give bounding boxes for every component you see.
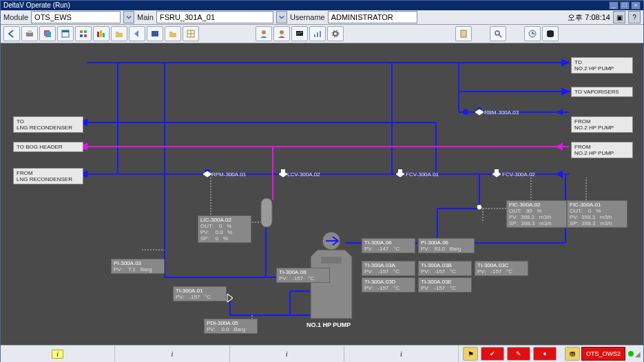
tb-grid-icon[interactable] bbox=[75, 26, 92, 41]
label-to-bog: TO BOG HEADER bbox=[13, 142, 83, 152]
module-field[interactable]: OTS_EWS bbox=[31, 11, 121, 23]
module-label: Module bbox=[3, 13, 28, 21]
svg-rect-5 bbox=[62, 30, 69, 32]
ftr-station[interactable]: OTS_OWS2 bbox=[581, 347, 625, 361]
tb-search-icon[interactable] bbox=[490, 26, 506, 41]
tb-table-icon[interactable] bbox=[183, 26, 199, 41]
tag-pdi300a05[interactable]: PDI-300A.05 PV: 0.0 Barg bbox=[204, 319, 258, 334]
info-badge-2[interactable]: i bbox=[171, 350, 173, 358]
info-badge-1[interactable]: i bbox=[52, 350, 63, 359]
label-from-hp2-a: FROMNO.2 HP PUMP bbox=[571, 116, 633, 133]
tag-ti300a03b[interactable]: TI-300A.03B PV: -157 °C bbox=[418, 261, 472, 276]
tb-folder-icon[interactable] bbox=[111, 26, 127, 41]
tb-folder2-icon[interactable] bbox=[165, 26, 181, 41]
toolbar bbox=[1, 25, 643, 43]
tb-layers-icon[interactable] bbox=[39, 26, 56, 41]
svg-rect-3 bbox=[45, 32, 51, 37]
tb-back-icon[interactable] bbox=[3, 26, 20, 41]
svg-marker-44 bbox=[557, 110, 562, 114]
svg-rect-88 bbox=[321, 257, 342, 264]
svg-marker-50 bbox=[557, 171, 562, 177]
main-dropdown[interactable] bbox=[276, 11, 287, 23]
titlebar: DeltaV Operate (Run) _ □ × bbox=[1, 1, 643, 10]
tb-chart-icon[interactable] bbox=[309, 26, 326, 41]
tag-ti300a03d[interactable]: TI-300A.03D PV: -157 °C bbox=[362, 277, 415, 292]
toolbar-icon[interactable]: ▣ bbox=[613, 11, 625, 23]
maximize-button[interactable]: □ bbox=[620, 1, 630, 10]
ftr-alarm-red3[interactable]: ● bbox=[533, 347, 557, 361]
tb-gear-icon[interactable] bbox=[327, 26, 344, 41]
separator-vessel bbox=[261, 198, 272, 227]
label-to-recondenser: TOLNG RECONDENSER bbox=[13, 116, 83, 133]
svg-rect-10 bbox=[97, 32, 99, 37]
valve-fcv300a02: FCV-300A.02 bbox=[502, 171, 535, 178]
tag-pi300a03[interactable]: PI-300A.03 PV: T.1 Barg bbox=[111, 259, 165, 274]
ftr-alarm-icon[interactable]: ⚑ bbox=[463, 347, 478, 361]
tb-user2-icon[interactable] bbox=[273, 26, 290, 41]
tag-fic300a02[interactable]: FIC-300A.02 OUT: 80 % PV: 398.3 m3/h SP:… bbox=[506, 200, 567, 228]
valve-lcv300a02: LCV-300A.02 bbox=[287, 171, 320, 178]
ftr-alarm-red1[interactable]: ✔ bbox=[481, 347, 504, 361]
svg-rect-7 bbox=[84, 30, 87, 33]
process-canvas: TOLNG RECONDENSER TO BOG HEADER FROMLNG … bbox=[1, 43, 643, 345]
tag-ti300a03e[interactable]: TI-300A.03E PV: -157 °C bbox=[418, 277, 472, 292]
minimize-button[interactable]: _ bbox=[609, 1, 619, 10]
header-bar: Module OTS_EWS Main FSRU_301A_01 Usernam… bbox=[1, 10, 643, 25]
piping-diagram bbox=[1, 43, 643, 345]
svg-point-23 bbox=[333, 32, 337, 36]
info-badge-4[interactable]: i bbox=[400, 350, 402, 358]
username-label: Username bbox=[290, 13, 325, 21]
tag-ti300a08[interactable]: TI-300A.08 PV: -157 °C bbox=[276, 268, 330, 283]
help-icon[interactable]: ? bbox=[628, 11, 641, 23]
tb-print-icon[interactable] bbox=[21, 26, 38, 41]
tb-book-icon[interactable] bbox=[455, 26, 472, 41]
tag-pi300a06[interactable]: PI-300A.06 PV: 93.0 Barg bbox=[418, 238, 475, 253]
tb-user1-icon[interactable] bbox=[256, 26, 272, 41]
tag-ti300a03a[interactable]: TI-300A.03A PV: -157 °C bbox=[362, 261, 415, 276]
svg-point-85 bbox=[477, 205, 481, 209]
tag-ti300a03c[interactable]: TI-300A.03C PV: -157 °C bbox=[475, 261, 528, 276]
main-field[interactable]: FSRU_301A_01 bbox=[156, 11, 273, 23]
footer-bar: i i i i ⚑ ✔ ✎ ● ⛃ OTS_OWS2 ◢ bbox=[1, 345, 643, 362]
label-to-vaporisers: TO VAPORISERS bbox=[571, 87, 633, 97]
svg-line-27 bbox=[499, 34, 501, 37]
tb-screen-icon[interactable] bbox=[147, 26, 163, 41]
tb-disk-icon[interactable] bbox=[542, 26, 559, 41]
tb-monitor-icon[interactable] bbox=[291, 26, 308, 41]
window-title: DeltaV Operate (Run) bbox=[3, 1, 70, 10]
svg-point-18 bbox=[280, 30, 284, 34]
svg-rect-21 bbox=[317, 32, 318, 37]
label-from-recondenser: FROMLNG RECONDENSER bbox=[13, 168, 83, 184]
tb-window-icon[interactable] bbox=[57, 26, 74, 41]
equipment-label: NO.1 HP PUMP bbox=[307, 321, 351, 328]
username-field: ADMINISTRATOR bbox=[328, 11, 417, 23]
status-led-icon bbox=[628, 351, 634, 356]
svg-rect-1 bbox=[28, 30, 32, 33]
ftr-disk-icon[interactable]: ⛃ bbox=[565, 347, 580, 361]
svg-marker-41 bbox=[562, 89, 569, 94]
svg-rect-9 bbox=[84, 34, 87, 37]
tb-clock-icon[interactable] bbox=[524, 26, 541, 41]
svg-rect-12 bbox=[103, 33, 105, 37]
module-dropdown[interactable] bbox=[123, 11, 134, 23]
tag-lic300a02[interactable]: LIC-300A.02 OUT: 0 % PV: 0.0 % SP: 0 % bbox=[198, 215, 251, 243]
info-badge-3[interactable]: i bbox=[286, 350, 288, 358]
tag-fic300a01[interactable]: FIC-300A.01 OUT: 0 % PV: 398.3 m3/h SP: … bbox=[567, 200, 627, 228]
valve-rbm300a03: RBM-300A.03 bbox=[484, 109, 519, 116]
svg-rect-6 bbox=[80, 30, 83, 33]
ftr-alarm-red2[interactable]: ✎ bbox=[507, 347, 530, 361]
svg-rect-20 bbox=[314, 34, 315, 37]
resize-grip-icon[interactable]: ◢ bbox=[635, 350, 641, 358]
tb-rainbow-icon[interactable] bbox=[93, 26, 110, 41]
svg-marker-65 bbox=[557, 144, 562, 149]
label-from-hp2-b: FROMNO.2 HP PUMP bbox=[571, 142, 633, 158]
svg-marker-35 bbox=[562, 60, 569, 65]
close-button[interactable]: × bbox=[631, 1, 641, 10]
svg-point-43 bbox=[464, 110, 468, 114]
tb-left-icon[interactable] bbox=[129, 26, 145, 41]
svg-point-17 bbox=[262, 30, 266, 34]
svg-rect-22 bbox=[320, 31, 321, 37]
tag-ti300a01[interactable]: TI-300A.01 PV: -157 °C bbox=[173, 286, 227, 301]
tag-ti300a06[interactable]: TI-300A.06 PV: -147 °C bbox=[362, 238, 415, 253]
svg-rect-8 bbox=[80, 34, 83, 37]
